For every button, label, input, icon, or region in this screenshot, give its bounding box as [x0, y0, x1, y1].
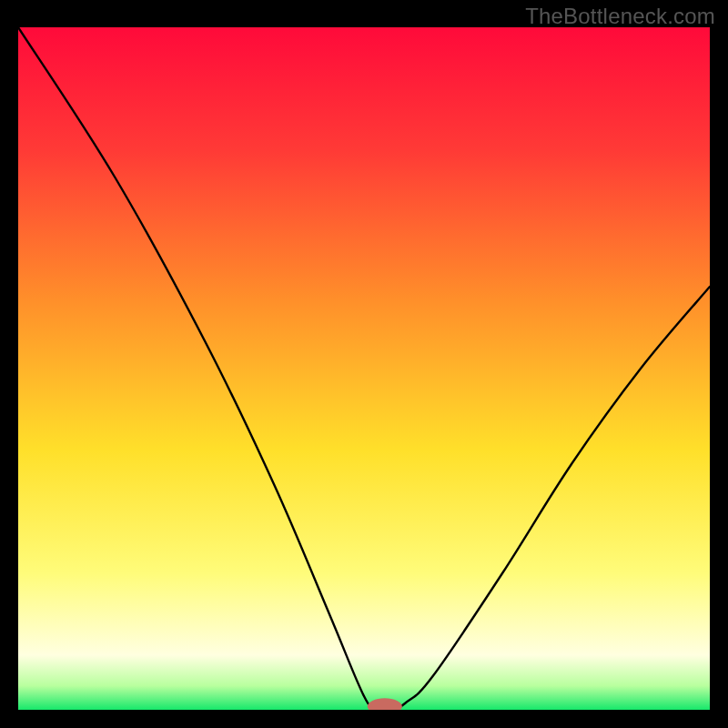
- bottleneck-chart: [18, 27, 710, 710]
- plot-background: [18, 27, 710, 710]
- chart-svg: [18, 27, 710, 710]
- chart-frame: TheBottleneck.com: [0, 0, 728, 728]
- watermark-text: TheBottleneck.com: [525, 4, 715, 29]
